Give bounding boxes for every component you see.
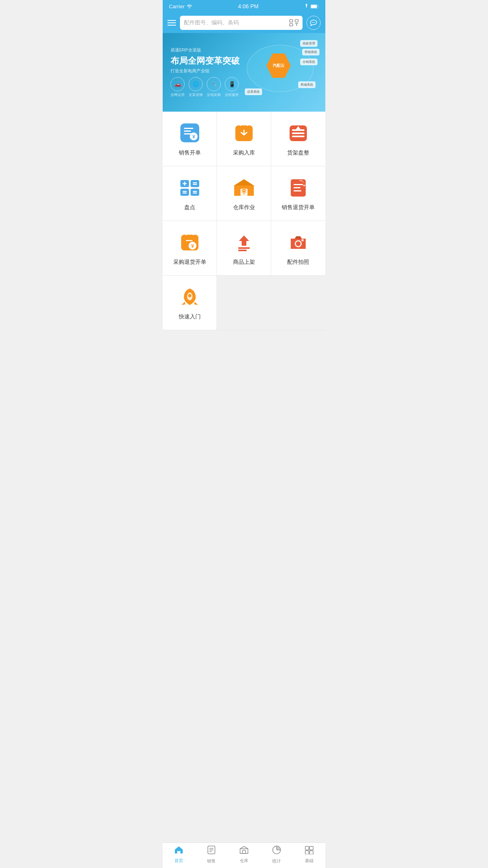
sales-return-icon — [286, 176, 310, 199]
photo-label: 配件拍照 — [287, 259, 309, 266]
shelf-label: 货架盘整 — [287, 149, 309, 156]
svg-rect-10 — [180, 123, 199, 142]
photo-icon — [286, 230, 310, 254]
purchase-icon — [232, 121, 256, 145]
svg-rect-12 — [184, 131, 191, 132]
scan-icon — [289, 19, 299, 26]
purchase-return-icon: ¥ — [178, 230, 202, 254]
svg-text:¥: ¥ — [192, 134, 195, 140]
svg-rect-49 — [238, 250, 247, 251]
inventory-icon — [178, 176, 202, 199]
grid-item-quickstart[interactable]: 快速入门 — [163, 276, 217, 330]
svg-rect-19 — [292, 129, 305, 131]
svg-marker-36 — [234, 179, 254, 186]
search-placeholder: 配件图号、编码、条码 — [184, 19, 286, 26]
grid-item-warehouse[interactable]: 仓库作业 — [217, 166, 271, 221]
svg-rect-48 — [238, 247, 250, 249]
shelf-icon — [286, 121, 310, 145]
svg-rect-24 — [191, 180, 199, 187]
rocket-icon — [178, 285, 202, 309]
status-carrier: Carrier — [169, 4, 192, 9]
svg-rect-4 — [290, 24, 293, 26]
upload-icon — [232, 230, 256, 254]
banner-graphic: 汽配云 高效管理 营销系统 分销系统 商城系统 店系系统 — [243, 37, 317, 100]
svg-rect-20 — [292, 132, 305, 134]
grid-item-purchase-return[interactable]: ¥ 采购退货开单 — [163, 221, 217, 275]
svg-rect-21 — [292, 136, 305, 137]
search-box[interactable]: 配件图号、编码、条码 — [180, 16, 303, 30]
svg-rect-3 — [295, 20, 298, 22]
svg-marker-47 — [239, 235, 249, 246]
grid-row-3: ¥ 采购退货开单 商品上架 — [163, 221, 325, 276]
grid-row-last: 快速入门 — [163, 276, 325, 330]
svg-rect-1 — [311, 5, 317, 8]
purchase-return-label: 采购退货开单 — [173, 259, 206, 266]
warehouse-label: 仓库作业 — [233, 204, 255, 211]
svg-rect-42 — [294, 190, 301, 191]
menu-button[interactable] — [167, 20, 176, 26]
sales-return-label: 销售退货开单 — [282, 204, 315, 211]
svg-rect-25 — [180, 189, 189, 196]
svg-rect-41 — [294, 187, 301, 188]
banner-icons: 🚗 业网运营 🌐 全渠道物 🔧 业地采购 📱 业程服务 — [171, 77, 240, 97]
svg-point-54 — [188, 294, 191, 297]
banner-title: 布局全网变革突破 — [171, 55, 240, 67]
status-bar: Carrier 4:06 PM — [163, 0, 325, 13]
banner-icon-3: 🔧 业地采购 — [207, 77, 221, 97]
svg-text:¥: ¥ — [191, 243, 194, 249]
svg-point-7 — [312, 22, 313, 23]
empty-cell-2 — [271, 276, 325, 330]
page-content: 易通ERP全渠版 布局全网变革突破 打造全新电商产业链 🚗 业网运营 🌐 全渠道… — [163, 33, 325, 354]
svg-point-52 — [301, 239, 304, 241]
grid-item-purchase[interactable]: 采购入库 — [217, 112, 271, 166]
status-time: 4:06 PM — [238, 3, 259, 9]
banner-icon-4: 📱 业程服务 — [225, 77, 239, 97]
banner-text: 易通ERP全渠版 布局全网变革突破 打造全新电商产业链 🚗 业网运营 🌐 全渠道… — [171, 47, 240, 98]
grid-item-inventory[interactable]: 盘点 — [163, 166, 217, 221]
svg-rect-40 — [294, 184, 303, 185]
inventory-label: 盘点 — [184, 204, 195, 211]
grid-item-sales-return[interactable]: 销售退货开单 — [271, 166, 325, 221]
svg-rect-11 — [184, 128, 193, 129]
quickstart-label: 快速入门 — [179, 313, 201, 320]
svg-rect-26 — [191, 189, 199, 196]
grid-item-sales[interactable]: ¥ 销售开单 — [163, 112, 217, 166]
status-indicators — [305, 4, 319, 9]
chat-button[interactable] — [306, 16, 321, 30]
upload-label: 商品上架 — [233, 259, 255, 266]
banner: 易通ERP全渠版 布局全网变革突破 打造全新电商产业链 🚗 业网运营 🌐 全渠道… — [163, 33, 325, 112]
banner-icon-2: 🌐 全渠道物 — [189, 77, 203, 97]
grid-row-2: 盘点 仓库作业 — [163, 166, 325, 221]
grid-item-photo[interactable]: 配件拍照 — [271, 221, 325, 275]
empty-cell-1 — [217, 276, 271, 330]
app-header: 配件图号、编码、条码 — [163, 13, 325, 33]
grid-item-upload[interactable]: 商品上架 — [217, 221, 271, 275]
grid-row-1: ¥ 销售开单 采购入库 — [163, 112, 325, 166]
banner-subtitle: 易通ERP全渠版 — [171, 47, 240, 53]
sales-label: 销售开单 — [179, 149, 201, 156]
banner-icon-1: 🚗 业网运营 — [171, 77, 185, 97]
svg-point-8 — [313, 22, 314, 23]
banner-desc: 打造全新电商产业链 — [171, 68, 240, 74]
svg-point-9 — [314, 22, 315, 23]
purchase-label: 采购入库 — [233, 149, 255, 156]
svg-rect-2 — [290, 20, 293, 22]
sales-icon: ¥ — [178, 121, 202, 145]
svg-point-51 — [296, 241, 301, 246]
grid-container: ¥ 销售开单 采购入库 — [163, 112, 325, 330]
warehouse-icon — [232, 176, 256, 199]
grid-item-shelf[interactable]: 货架盘整 — [271, 112, 325, 166]
